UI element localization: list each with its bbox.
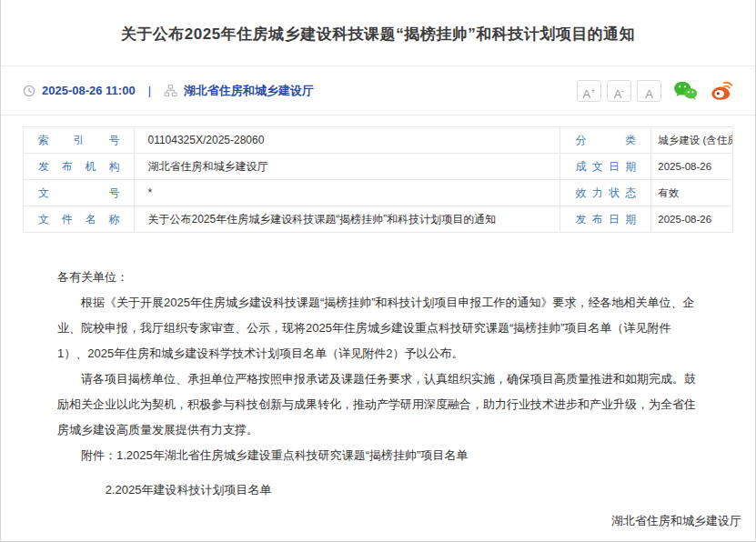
body-paragraph-1: 根据《关于开展2025年住房城乡建设科技课题“揭榜挂帅”和科技计划项目申报工作的… [57, 290, 699, 366]
publish-datetime: 2025-08-26 11:00 [42, 84, 136, 97]
index-number-label: 索引号 [24, 127, 135, 154]
meta-separator: | [148, 84, 151, 97]
page-title: 关于公布2025年住房城乡建设科技课题“揭榜挂帅”和科技计划项目的通知 [1, 24, 755, 45]
font-increase-button[interactable]: A+ [577, 80, 601, 102]
category-label: 分类 [560, 127, 651, 154]
table-row-index: 索引号 01104325X/2025-28060 分类 城乡建设 (含住房) [24, 127, 733, 154]
doc-number-label: 文号 [24, 180, 135, 206]
publish-date-label: 发布日期 [560, 206, 651, 233]
clock-icon [23, 85, 35, 97]
meta-left: 2025-08-26 11:00 | 湖北省住房和城乡建设厅 [23, 83, 314, 99]
attachments-line: 附件： 1.2025年湖北省住房城乡建设重点科技研究课题“揭榜挂帅”项目名单 [81, 443, 699, 468]
table-row-agency: 发布机构 湖北省住房和城乡建设厅 成文日期 2025-08-26 [24, 154, 733, 180]
salutation: 各有关单位： [57, 265, 699, 290]
document-info-table: 索引号 01104325X/2025-28060 分类 城乡建设 (含住房) 发… [23, 126, 733, 233]
category-value: 城乡建设 (含住房) [651, 127, 733, 154]
table-row-filename: 文件名称 关于公布2025年住房城乡建设科技课题“揭榜挂帅”和科技计划项目的通知… [24, 206, 733, 233]
doc-number-value: * [135, 180, 560, 206]
file-name-value: 关于公布2025年住房城乡建设科技课题“揭榜挂帅”和科技计划项目的通知 [135, 206, 560, 233]
notice-body: 各有关单位： 根据《关于开展2025年住房城乡建设科技课题“揭榜挂帅”和科技计划… [1, 233, 755, 542]
meta-right: A+ A- A [571, 80, 733, 102]
font-reset-button[interactable]: A [637, 80, 661, 102]
attachment-item-1: 1.2025年湖北省住房城乡建设重点科技研究课题“揭榜挂帅”项目名单 [116, 443, 468, 468]
publish-date-value: 2025-08-26 [651, 206, 733, 233]
issuing-agency-label: 发布机构 [24, 154, 135, 180]
signature-org: 湖北省住房和城乡建设厅 [57, 508, 741, 534]
written-date-value: 2025-08-26 [651, 154, 733, 180]
weibo-share-icon[interactable] [710, 80, 733, 101]
validity-label: 效力状态 [560, 180, 651, 206]
written-date-label: 成文日期 [560, 154, 651, 180]
index-number-value: 01104325X/2025-28060 [135, 127, 560, 154]
validity-value: 有效 [651, 180, 733, 206]
issuing-agency-value: 湖北省住房和城乡建设厅 [135, 154, 560, 180]
attachments-label: 附件： [81, 443, 116, 468]
org-sitemap-icon [164, 84, 177, 97]
body-paragraph-2: 请各项目揭榜单位、承担单位严格按照申报承诺及课题任务要求，认真组织实施，确保项目… [57, 366, 699, 443]
table-row-docnum: 文号 * 效力状态 有效 [24, 180, 733, 206]
file-name-label: 文件名称 [24, 206, 135, 233]
signature-block: 湖北省住房和城乡建设厅 2025年8月26日 [57, 508, 741, 542]
meta-divider [1, 115, 755, 115]
meta-row: 2025-08-26 11:00 | 湖北省住房和城乡建设厅 A+ A- A [1, 66, 755, 115]
notice-page: 关于公布2025年住房城乡建设科技课题“揭榜挂帅”和科技计划项目的通知 2025… [0, 0, 756, 542]
attachment-item-2: 2.2025年建设科技计划项目名单 [106, 477, 699, 503]
wechat-share-icon[interactable] [673, 80, 698, 101]
source-org-link[interactable]: 湖北省住房和城乡建设厅 [184, 83, 314, 99]
font-decrease-button[interactable]: A- [607, 80, 631, 102]
